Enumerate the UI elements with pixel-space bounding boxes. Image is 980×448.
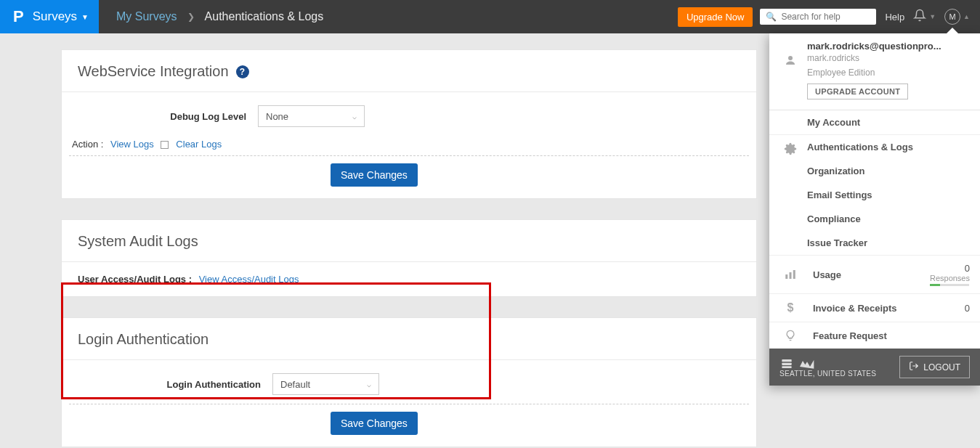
breadcrumb-current: Authentications & Logs — [205, 10, 324, 23]
save-changes-button[interactable]: Save Changes — [331, 163, 418, 187]
logout-button[interactable]: LOGOUT — [899, 356, 970, 378]
notifications-button[interactable]: ▼ — [913, 9, 936, 25]
bell-icon — [913, 9, 926, 25]
breadcrumb: My Surveys ❯ Authentications & Logs — [99, 10, 323, 23]
user-name: mark.rodricks — [807, 53, 970, 63]
invoice-count: 0 — [965, 303, 970, 314]
brand-menu[interactable]: P Surveys ▼ — [0, 0, 99, 33]
login-auth-label: Login Authentication — [78, 379, 272, 390]
svg-rect-4 — [793, 270, 795, 279]
menu-feature-request[interactable]: Feature Request — [769, 322, 980, 349]
user-icon — [779, 54, 801, 67]
bars-icon — [779, 268, 801, 281]
user-edition: Employee Edition — [807, 68, 970, 78]
system-audit-logs-card: System Audit Logs User Access/Audit Logs… — [61, 219, 757, 297]
help-icon[interactable]: ? — [236, 65, 249, 78]
action-row: Action : View Logs Clear Logs — [62, 136, 756, 155]
chevron-down-icon: ▼ — [929, 13, 936, 20]
user-access-label: User Access/Audit Logs : — [78, 274, 192, 285]
brand-text: Surveys — [33, 9, 77, 24]
account-dropdown: mark.rodricks@questionpro... mark.rodric… — [769, 33, 980, 386]
panel-caret-icon — [947, 28, 958, 33]
usage-label: Usage — [807, 269, 930, 280]
view-logs-link[interactable]: View Logs — [110, 139, 154, 150]
card-title: WebService Integration — [78, 63, 229, 80]
view-access-audit-logs-link[interactable]: View Access/Audit Logs — [199, 274, 299, 285]
svg-rect-5 — [782, 359, 791, 362]
svg-rect-3 — [790, 272, 792, 279]
logout-label: LOGOUT — [923, 362, 960, 372]
topbar: P Surveys ▼ My Surveys ❯ Authentications… — [0, 0, 980, 33]
search-input-wrapper[interactable]: 🔍 — [760, 9, 876, 25]
chevron-down-icon: ⌵ — [367, 380, 371, 388]
caret-down-icon: ▼ — [81, 13, 89, 21]
brand-logo: P — [13, 7, 24, 26]
card-title: System Audit Logs — [78, 233, 198, 250]
webservice-integration-card: WebService Integration ? Debug Log Level… — [61, 49, 757, 199]
login-auth-select[interactable]: Default ⌵ — [272, 373, 379, 395]
debug-log-level-select[interactable]: None ⌵ — [258, 105, 365, 127]
chevron-right-icon: ❯ — [187, 12, 195, 22]
lightbulb-icon — [779, 330, 801, 341]
select-value: Default — [280, 379, 310, 390]
search-icon: 🔍 — [766, 12, 777, 22]
menu-usage[interactable]: Usage 0 Responses — [769, 255, 980, 293]
search-input[interactable] — [781, 12, 870, 22]
select-value: None — [266, 111, 288, 122]
usage-sublabel: Responses — [930, 274, 970, 282]
help-link[interactable]: Help — [885, 12, 904, 23]
chevron-down-icon: ⌵ — [352, 113, 357, 121]
svg-rect-6 — [782, 362, 791, 364]
clear-logs-link[interactable]: Clear Logs — [176, 139, 222, 150]
user-email: mark.rodricks@questionpro... — [807, 41, 970, 52]
login-authentication-card: Login Authentication Login Authenticatio… — [61, 317, 757, 447]
breadcrumb-my-surveys[interactable]: My Surveys — [116, 10, 177, 23]
usage-count: 0 — [930, 263, 970, 274]
menu-email-settings[interactable]: Email Settings — [769, 183, 980, 207]
clear-logs-checkbox[interactable] — [161, 141, 169, 149]
svg-rect-7 — [782, 366, 791, 368]
upgrade-account-button[interactable]: UPGRADE ACCOUNT — [807, 84, 908, 99]
dollar-icon: $ — [779, 301, 801, 314]
invoice-label: Invoice & Receipts — [807, 303, 965, 314]
location-text: SEATTLE, UNITED STATES — [779, 370, 876, 378]
menu-organization[interactable]: Organization — [769, 159, 980, 183]
logout-icon — [909, 361, 919, 373]
gear-icon — [779, 142, 801, 155]
menu-invoice[interactable]: $ Invoice & Receipts 0 — [769, 293, 980, 322]
menu-my-account[interactable]: My Account — [769, 110, 980, 134]
card-title: Login Authentication — [78, 331, 208, 348]
svg-point-0 — [788, 56, 793, 60]
action-label: Action : — [72, 139, 103, 150]
panel-footer: SEATTLE, UNITED STATES LOGOUT — [769, 349, 980, 386]
save-changes-button[interactable]: Save Changes — [331, 412, 418, 435]
menu-compliance[interactable]: Compliance — [769, 207, 980, 231]
upgrade-now-button[interactable]: Upgrade Now — [678, 7, 753, 27]
feature-label: Feature Request — [807, 330, 970, 341]
avatar[interactable]: M — [944, 9, 960, 25]
server-map-icon — [779, 357, 870, 370]
debug-log-level-label: Debug Log Level — [78, 111, 258, 122]
menu-issue-tracker[interactable]: Issue Tracker — [769, 231, 980, 255]
caret-up-icon: ▲ — [963, 13, 970, 20]
svg-rect-2 — [785, 274, 787, 279]
usage-bar — [930, 284, 969, 286]
